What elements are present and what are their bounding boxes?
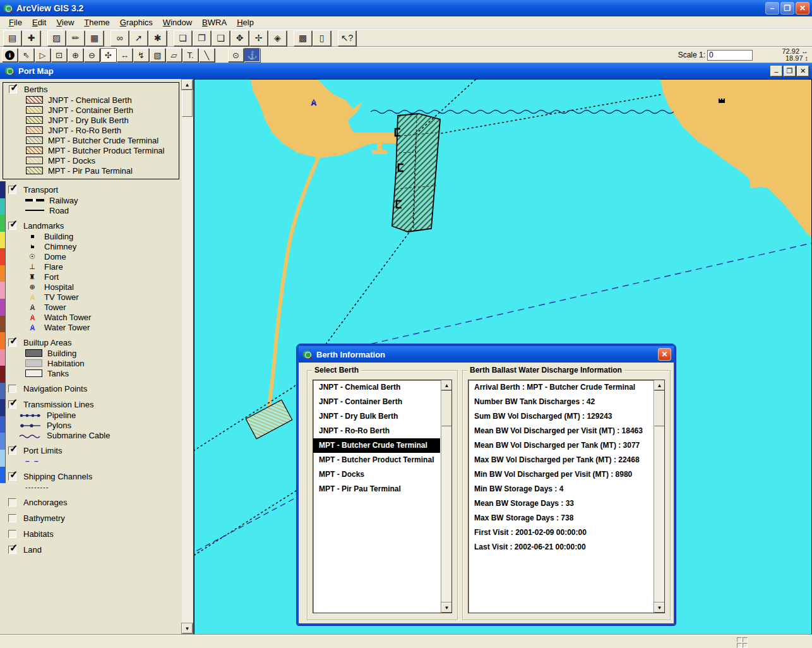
scroll-up-button[interactable]: ▲ bbox=[441, 380, 452, 390]
shipping-checkbox[interactable]: ✓ bbox=[8, 472, 16, 481]
navigation-checkbox[interactable] bbox=[8, 385, 16, 393]
zoom-previous-button[interactable]: ◈ bbox=[268, 30, 287, 46]
scroll-down-button[interactable]: ▼ bbox=[441, 603, 452, 613]
minimize-button[interactable]: – bbox=[765, 2, 779, 15]
legend-group-port-limits[interactable]: ✓ Port Limits – – bbox=[0, 445, 182, 466]
palette-color[interactable] bbox=[0, 433, 5, 450]
save-project-button[interactable]: ▤ bbox=[3, 30, 21, 46]
edit-legend-button[interactable]: ✏ bbox=[66, 30, 85, 46]
text-tool[interactable]: T. bbox=[182, 48, 198, 62]
zoom-active-theme-button[interactable]: ❐ bbox=[193, 30, 211, 46]
palette-color[interactable] bbox=[0, 450, 5, 467]
app-titlebar[interactable]: ArcView GIS 3.2 – ❐ ✕ bbox=[0, 0, 812, 16]
menu-view[interactable]: View bbox=[51, 17, 79, 28]
locate-button[interactable]: ➚ bbox=[129, 30, 148, 46]
scroll-thumb[interactable] bbox=[654, 391, 665, 426]
berth-list-item[interactable]: MPT - Butcher Product Terminal bbox=[313, 453, 440, 467]
scroll-thumb[interactable] bbox=[182, 90, 193, 117]
portmap-minimize-button[interactable]: – bbox=[770, 66, 782, 76]
zoom-in-tool[interactable]: ⊕ bbox=[68, 48, 83, 62]
palette-color[interactable] bbox=[0, 282, 5, 299]
theme-properties-button[interactable]: ▨ bbox=[47, 30, 66, 46]
dialog-titlebar[interactable]: Berth Information ✕ bbox=[299, 346, 674, 363]
portmap-restore-button[interactable]: ❐ bbox=[784, 66, 796, 76]
portmap-close-button[interactable]: ✕ bbox=[797, 66, 809, 76]
legend-group-navigation[interactable]: Navigation Points bbox=[0, 383, 182, 394]
menu-edit[interactable]: Edit bbox=[27, 17, 51, 28]
info-list-scrollbar[interactable]: ▲ ▼ bbox=[654, 380, 664, 613]
close-button[interactable]: ✕ bbox=[796, 2, 809, 15]
palette-color[interactable] bbox=[0, 248, 5, 265]
palette-color[interactable] bbox=[0, 349, 5, 366]
open-table-button[interactable]: ▦ bbox=[85, 30, 104, 46]
bathymetry-checkbox[interactable] bbox=[8, 514, 16, 522]
legend-group-transport[interactable]: ✓ Transport Railway Road bbox=[0, 184, 182, 215]
scroll-down-button[interactable]: ▼ bbox=[654, 603, 665, 613]
palette-strip[interactable] bbox=[0, 181, 6, 483]
zoom-out-tool[interactable]: ⊖ bbox=[84, 48, 100, 62]
palette-color[interactable] bbox=[0, 215, 5, 232]
berth-list-item[interactable]: JNPT - Dry Bulk Berth bbox=[313, 409, 440, 424]
hotlink-tool[interactable]: ↯ bbox=[133, 48, 149, 62]
berth-list-item-selected[interactable]: MPT - Butcher Crude Terminal bbox=[313, 438, 440, 453]
berth-list-item[interactable]: JNPT - Container Berth bbox=[313, 395, 440, 409]
resize-grid-icon[interactable] bbox=[737, 637, 748, 648]
berths-checkbox[interactable]: ✓ bbox=[9, 85, 17, 93]
measure-tool[interactable]: ↔ bbox=[117, 48, 133, 62]
dialog-close-button[interactable]: ✕ bbox=[658, 348, 671, 361]
select-rectangle-tool[interactable]: ⊡ bbox=[51, 48, 67, 62]
berth-list-item[interactable]: MPT - Pir Pau Terminal bbox=[313, 482, 440, 496]
berth-list-item[interactable]: MPT - Docks bbox=[313, 467, 440, 482]
palette-color[interactable] bbox=[0, 399, 5, 416]
find-button[interactable]: ∞ bbox=[110, 30, 129, 46]
label-tool[interactable]: ▱ bbox=[166, 48, 182, 62]
menu-help[interactable]: Help bbox=[232, 17, 259, 28]
transmission-checkbox[interactable]: ✓ bbox=[8, 400, 16, 409]
builtup-checkbox[interactable]: ✓ bbox=[8, 339, 16, 347]
palette-color[interactable] bbox=[0, 332, 5, 349]
berths-label[interactable]: Berths bbox=[24, 85, 48, 94]
menu-window[interactable]: Window bbox=[158, 17, 197, 28]
palette-color[interactable] bbox=[0, 416, 5, 433]
anchorages-checkbox[interactable] bbox=[8, 498, 16, 507]
legend-group-transmission[interactable]: ✓ Transmission Lines Pipeline Pylons Sub… bbox=[0, 399, 182, 440]
port-limits-checkbox[interactable]: ✓ bbox=[8, 447, 16, 455]
legend-group-bathymetry[interactable]: Bathymetry bbox=[0, 513, 182, 524]
scroll-thumb[interactable] bbox=[441, 391, 452, 426]
palette-color[interactable] bbox=[0, 299, 5, 316]
landmarks-checkbox[interactable]: ✓ bbox=[8, 222, 16, 230]
scroll-up-button[interactable]: ▲ bbox=[654, 380, 665, 390]
legend-group-berths[interactable]: ✓ Berths JNPT - Chemical Berth JNPT - Co… bbox=[3, 82, 179, 179]
zoom-full-extent-button[interactable]: ❏ bbox=[174, 30, 192, 46]
scroll-down-button[interactable]: ▼ bbox=[182, 623, 193, 633]
palette-color[interactable] bbox=[0, 383, 5, 400]
berth-list-item[interactable]: JNPT - Ro-Ro Berth bbox=[313, 424, 440, 438]
pointer-tool[interactable]: ⇖ bbox=[18, 48, 34, 62]
zoom-selected-button[interactable]: ❑ bbox=[212, 30, 230, 46]
legend-group-landmarks[interactable]: ✓ Landmarks Building Chimney ☉Dome ⊥Flar… bbox=[0, 220, 182, 332]
palette-color[interactable] bbox=[0, 232, 5, 249]
add-theme-button[interactable]: ✚ bbox=[22, 30, 40, 46]
clear-selection-button[interactable]: ▯ bbox=[313, 30, 331, 46]
vertex-edit-tool[interactable]: ▷ bbox=[35, 48, 51, 62]
legend-scrollbar[interactable]: ▲ ▼ bbox=[182, 80, 193, 633]
bwra-berth-info-tool[interactable]: ⚓ bbox=[244, 48, 260, 62]
ballast-info-listbox[interactable]: Arrival Berth : MPT - Butcher Crude Term… bbox=[468, 380, 665, 613]
palette-color[interactable] bbox=[0, 366, 5, 383]
legend-group-shipping[interactable]: ✓ Shipping Channels -------- bbox=[0, 471, 182, 492]
portmap-titlebar[interactable]: Port Map – ❐ ✕ bbox=[0, 63, 812, 79]
menu-file[interactable]: File bbox=[4, 17, 27, 28]
palette-color[interactable] bbox=[0, 181, 5, 198]
palette-color[interactable] bbox=[0, 316, 5, 333]
berth-list-scrollbar[interactable]: ▲ ▼ bbox=[441, 380, 451, 613]
scroll-up-button[interactable]: ▲ bbox=[182, 80, 193, 90]
land-checkbox[interactable]: ✓ bbox=[8, 546, 16, 554]
select-features-button[interactable]: ▩ bbox=[294, 30, 312, 46]
menu-graphics[interactable]: Graphics bbox=[115, 17, 158, 28]
select-feature-tool[interactable]: ▧ bbox=[150, 48, 165, 62]
transport-checkbox[interactable]: ✓ bbox=[8, 186, 16, 194]
palette-color[interactable] bbox=[0, 265, 5, 282]
zoom-out-extent-button[interactable]: ✢ bbox=[249, 30, 268, 46]
query-builder-button[interactable]: ✱ bbox=[148, 30, 167, 46]
berth-list-item[interactable]: JNPT - Chemical Berth bbox=[313, 380, 440, 395]
